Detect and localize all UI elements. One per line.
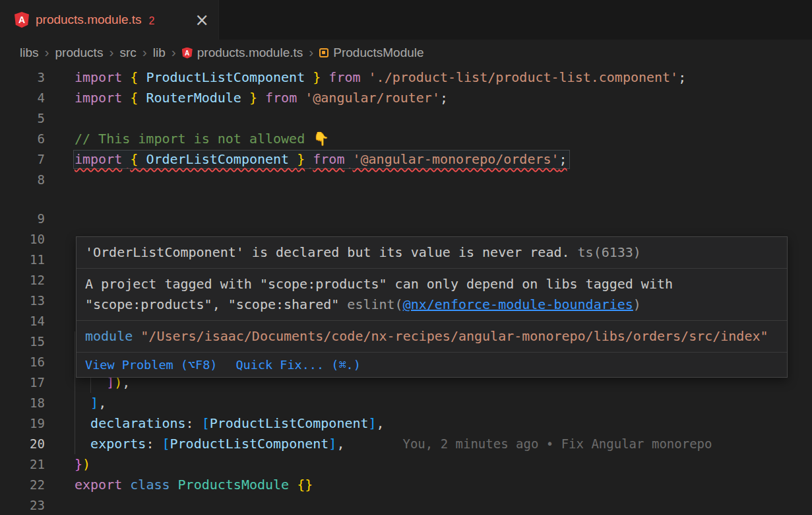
code-line[interactable]: exports: [ProductListComponent],You, 2 m… — [75, 434, 712, 454]
nx-rule-link[interactable]: @nx/enforce-module-boundaries — [403, 296, 633, 312]
hover-text: "/Users/isaac/Documents/code/nx-recipes/… — [141, 328, 768, 344]
code-row: 19 declarations: [ProductListComponent], — [0, 413, 812, 434]
hover-widget: 'OrderListComponent' is declared but its… — [76, 236, 788, 378]
tab-problem-count: 2 — [149, 13, 155, 27]
code-row: 21}) — [0, 454, 812, 475]
hover-text: eslint( — [347, 296, 402, 312]
code-row: 18 ], — [0, 393, 812, 413]
line-number: 23 — [0, 495, 45, 515]
code-row: 6// This import is not allowed 👇 — [0, 129, 812, 149]
quick-fix-action[interactable]: Quick Fix... (⌘.) — [235, 355, 360, 375]
line-number: 10 — [0, 229, 45, 250]
code-row: 7import { OrderListComponent } from '@an… — [0, 149, 812, 170]
breadcrumb-label: products.module.ts — [197, 46, 303, 60]
breadcrumb: libs›products›src›lib›Aproducts.module.t… — [0, 40, 812, 66]
line-number: 18 — [0, 393, 45, 413]
line-number: 7 — [0, 149, 45, 170]
line-number: 16 — [0, 352, 45, 372]
line-number: 4 — [0, 88, 45, 108]
angular-icon: A — [182, 48, 193, 59]
code-row: 20 exports: [ProductListComponent],You, … — [0, 434, 812, 454]
chevron-right-icon: › — [142, 44, 147, 61]
line-number: 11 — [0, 250, 45, 270]
line-number: 5 — [0, 108, 45, 129]
ts-diagnostic: 'OrderListComponent' is declared but its… — [77, 237, 787, 269]
editor-tab[interactable]: A products.module.ts 2 × — [0, 0, 219, 40]
class-symbol-icon — [319, 48, 328, 57]
hover-text: module — [85, 328, 133, 344]
eslint-diagnostic: A project tagged with "scope:products" c… — [77, 269, 787, 321]
line-number: 21 — [0, 454, 45, 475]
code-line[interactable]: import { OrderListComponent } from '@ang… — [75, 149, 567, 170]
code-row: 8 — [0, 170, 812, 190]
hover-text: ) — [633, 296, 641, 312]
chevron-right-icon: › — [45, 44, 49, 61]
hover-text: ts(6133) — [570, 244, 641, 260]
breadcrumb-label: ProductsModule — [333, 46, 423, 60]
code-row: 4import { RouterModule } from '@angular/… — [0, 88, 812, 108]
code-line[interactable]: import { ProductListComponent } from './… — [75, 67, 686, 88]
editor[interactable]: 3import { ProductListComponent } from '.… — [0, 66, 812, 515]
hover-text — [133, 328, 141, 344]
line-number: 20 — [0, 434, 45, 454]
code-row: 9 — [0, 209, 812, 229]
code-row: 22export class ProductsModule {} — [0, 475, 812, 495]
code-row: 23 — [0, 495, 812, 515]
hover-text: 'OrderListComponent' is declared but its… — [85, 244, 570, 260]
breadcrumb-item-productsmodule[interactable]: ProductsModule — [319, 46, 423, 60]
code-line[interactable]: // This import is not allowed 👇 — [75, 129, 329, 149]
breadcrumb-item-lib[interactable]: lib — [153, 46, 166, 60]
breadcrumb-label: src — [119, 46, 136, 60]
hover-rows: 'OrderListComponent' is declared but its… — [77, 237, 787, 353]
chevron-right-icon: › — [109, 44, 113, 61]
angular-icon: A — [15, 12, 29, 28]
line-number: 9 — [0, 209, 45, 229]
line-number: 3 — [0, 67, 45, 88]
line-number: 17 — [0, 372, 45, 393]
module-info: module "/Users/isaac/Documents/code/nx-r… — [77, 321, 787, 353]
line-number: 13 — [0, 291, 45, 311]
error-squiggle: import { OrderListComponent } from '@ang… — [75, 151, 567, 167]
code-row: 3import { ProductListComponent } from '.… — [0, 67, 812, 88]
breadcrumb-item-products[interactable]: products — [55, 46, 104, 60]
code-line[interactable]: export class ProductsModule {} — [75, 475, 313, 495]
hover-actions: View Problem (⌥F8)Quick Fix... (⌘.) — [77, 353, 787, 377]
breadcrumb-item-src[interactable]: src — [119, 46, 136, 60]
breadcrumb-label: products — [55, 46, 104, 60]
breadcrumb-label: lib — [153, 46, 166, 60]
code-line[interactable]: }) — [75, 454, 90, 475]
line-number: 14 — [0, 311, 45, 331]
code-line[interactable]: declarations: [ProductListComponent], — [75, 413, 385, 434]
close-icon[interactable]: × — [195, 11, 209, 28]
code-line[interactable]: ], — [75, 393, 106, 413]
line-number: 12 — [0, 270, 45, 291]
chevron-right-icon: › — [309, 44, 313, 61]
line-number: 22 — [0, 475, 45, 495]
line-number: 6 — [0, 129, 45, 149]
view-problem-action[interactable]: View Problem (⌥F8) — [85, 355, 217, 375]
line-number: 19 — [0, 413, 45, 434]
tab-title: products.module.ts — [36, 13, 142, 27]
breadcrumb-item-products-module-ts[interactable]: Aproducts.module.ts — [182, 46, 303, 60]
code-line[interactable]: import { RouterModule } from '@angular/r… — [75, 88, 448, 108]
line-number: 8 — [0, 170, 45, 190]
chevron-right-icon: › — [172, 44, 176, 61]
breadcrumb-item-libs[interactable]: libs — [20, 46, 39, 60]
code-row: 5 — [0, 108, 812, 129]
line-number: 15 — [0, 331, 45, 352]
git-blame-annotation: You, 2 minutes ago • Fix Angular monorep… — [402, 436, 712, 451]
tab-bar: A products.module.ts 2 × — [0, 0, 812, 40]
breadcrumb-label: libs — [20, 46, 39, 60]
